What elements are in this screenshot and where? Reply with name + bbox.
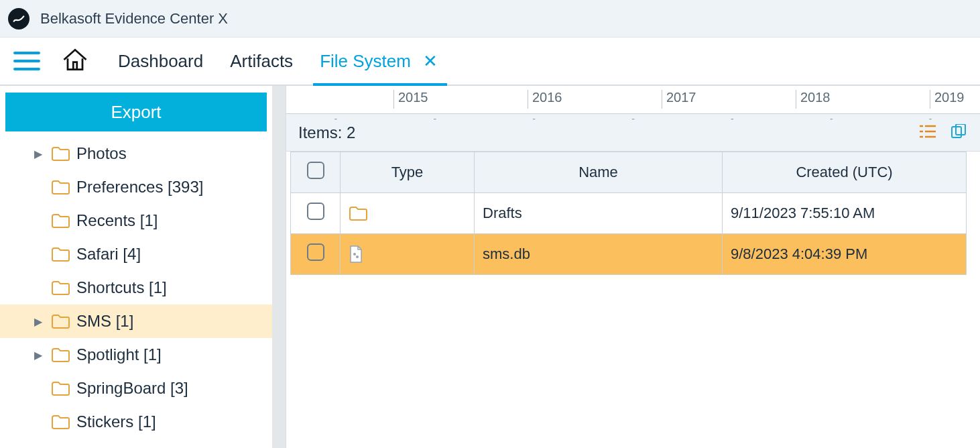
folder-icon xyxy=(349,205,466,221)
main-content: Export ▶PhotosPreferences [393]Recents [… xyxy=(0,86,980,448)
folder-icon xyxy=(51,146,70,162)
app-logo xyxy=(8,8,29,30)
tree-item-label: Spotlight [1] xyxy=(76,345,162,364)
svg-point-9 xyxy=(353,253,356,256)
timeline-year: 2018 xyxy=(796,90,831,109)
tree-item[interactable]: SpringBoard [3] xyxy=(0,372,272,405)
tree-item[interactable]: Stickers [1] xyxy=(0,405,272,439)
title-bar: Belkasoft Evidence Center X xyxy=(0,0,980,38)
cell-name: Drafts xyxy=(475,193,723,234)
list-view-icon[interactable] xyxy=(918,124,937,142)
hamburger-menu-icon[interactable] xyxy=(12,49,42,73)
folder-icon xyxy=(51,179,70,195)
tree-item-label: Recents [1] xyxy=(76,211,158,230)
col-type[interactable]: Type xyxy=(341,152,475,193)
tab-dashboard[interactable]: Dashboard xyxy=(115,38,206,85)
table-row[interactable]: sms.db9/8/2023 4:04:39 PM xyxy=(291,234,967,275)
timeline-year: 2015 xyxy=(393,90,428,109)
grid-wrap: Type Name Created (UTC) Drafts9/11/2023 … xyxy=(286,152,980,448)
tree-item-label: Safari [4] xyxy=(76,245,141,264)
tree-item[interactable]: Recents [1] xyxy=(0,204,272,237)
table-row[interactable]: Drafts9/11/2023 7:55:10 AM xyxy=(291,193,967,234)
folder-icon xyxy=(51,380,70,396)
svg-point-10 xyxy=(356,256,359,258)
splitter-handle[interactable] xyxy=(272,86,286,448)
file-list-pane: 20152016201720182019------- Items: 2 Typ… xyxy=(286,86,980,448)
col-name[interactable]: Name xyxy=(475,152,723,193)
file-grid: Type Name Created (UTC) Drafts9/11/2023 … xyxy=(290,152,967,275)
copy-view-icon[interactable] xyxy=(949,124,968,142)
tree-item[interactable]: ▶SMS [1] xyxy=(0,304,272,338)
folder-icon xyxy=(51,414,70,430)
items-count: Items: 2 xyxy=(298,123,355,142)
tree-item[interactable]: ▶Spotlight [1] xyxy=(0,338,272,372)
expander-icon[interactable]: ▶ xyxy=(32,349,44,361)
tree-item[interactable]: Shortcuts [1] xyxy=(0,271,272,304)
cell-type xyxy=(341,234,475,275)
cell-created: 9/11/2023 7:55:10 AM xyxy=(723,193,967,234)
row-checkbox[interactable] xyxy=(307,243,324,261)
timeline-year: 2017 xyxy=(662,90,696,109)
cell-name: sms.db xyxy=(475,234,723,275)
tree-item-label: SpringBoard [3] xyxy=(76,379,188,398)
folder-tree: ▶PhotosPreferences [393]Recents [1]Safar… xyxy=(0,137,272,448)
tree-item-label: SMS [1] xyxy=(76,312,133,331)
tree-item-label: Preferences [393] xyxy=(76,178,203,197)
col-checkbox[interactable] xyxy=(291,152,341,193)
col-created[interactable]: Created (UTC) xyxy=(723,152,967,193)
cell-type xyxy=(341,193,475,234)
app-title: Belkasoft Evidence Center X xyxy=(40,10,228,27)
tree-item-label: Stickers [1] xyxy=(76,412,156,431)
row-checkbox[interactable] xyxy=(307,203,324,220)
timeline[interactable]: 20152016201720182019------- xyxy=(286,86,980,114)
tree-item[interactable]: Safari [4] xyxy=(0,237,272,271)
folder-icon xyxy=(51,213,70,229)
folder-icon xyxy=(51,347,70,363)
tabs: Dashboard Artifacts File System ✕ xyxy=(115,38,443,85)
svg-point-0 xyxy=(12,11,25,25)
expander-icon[interactable]: ▶ xyxy=(32,148,44,160)
cell-created: 9/8/2023 4:04:39 PM xyxy=(723,234,967,275)
tree-item-label: Photos xyxy=(76,144,127,163)
sidebar: Export ▶PhotosPreferences [393]Recents [… xyxy=(0,86,272,448)
folder-icon xyxy=(51,280,70,296)
tree-item[interactable]: Preferences [393] xyxy=(0,170,272,204)
nav-bar: Dashboard Artifacts File System ✕ xyxy=(0,38,980,86)
tab-file-system-label: File System xyxy=(320,51,411,72)
folder-icon xyxy=(51,246,70,262)
file-icon xyxy=(349,245,466,264)
folder-icon xyxy=(51,313,70,329)
home-icon[interactable] xyxy=(60,45,90,77)
tree-item-label: Shortcuts [1] xyxy=(76,278,167,297)
timeline-ticks: ------- xyxy=(286,113,980,120)
tab-file-system[interactable]: File System ✕ xyxy=(317,38,443,85)
timeline-year: 2019 xyxy=(930,90,965,109)
expander-icon[interactable]: ▶ xyxy=(32,315,44,328)
timeline-year: 2016 xyxy=(528,90,562,109)
tab-artifacts[interactable]: Artifacts xyxy=(227,38,296,85)
tab-close-icon[interactable]: ✕ xyxy=(420,52,440,70)
export-button[interactable]: Export xyxy=(5,93,267,131)
header-checkbox[interactable] xyxy=(307,162,324,179)
tree-item[interactable]: ▶Photos xyxy=(0,137,272,170)
